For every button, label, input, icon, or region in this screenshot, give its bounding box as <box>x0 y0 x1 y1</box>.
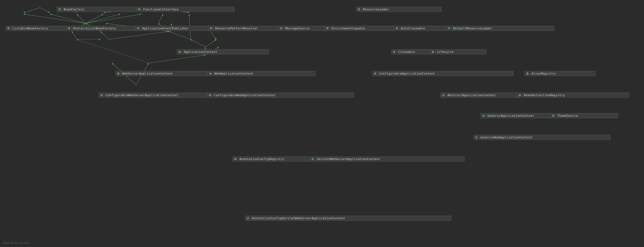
class-icon: C <box>482 114 485 117</box>
class-icon: C <box>448 27 450 30</box>
interface-icon: I <box>7 27 10 30</box>
interface-icon: I <box>178 51 181 53</box>
interface-icon: I <box>358 8 360 10</box>
node-label-closeable: Closeable <box>398 50 415 54</box>
node-label-servletwebserverapplicationcontext: ServletWebServerApplicationContext <box>317 157 380 161</box>
interface-icon: I <box>137 27 139 30</box>
interface-icon: I <box>209 72 212 75</box>
interface-icon: I <box>393 51 396 53</box>
node-label-aliasregistry: AliasRegistry <box>532 72 556 75</box>
interface-icon: I <box>396 27 398 30</box>
node-label-resourcepatternresolver: ResourcePatternResolver <box>215 26 258 30</box>
node-label-configurablewebserverapplicationcontext: ConfigurableWebServerApplicationContext <box>106 94 178 97</box>
node-webapplicationcontext[interactable]: I›WebApplicationContext <box>208 71 316 76</box>
node-beandefinitionregistry[interactable]: I›BeanDefinitionRegistry <box>517 93 629 98</box>
svg-line-5 <box>24 14 86 23</box>
svg-line-9 <box>86 14 120 23</box>
interface-icon: I <box>280 27 282 30</box>
node-lifecycle[interactable]: I›Lifecycle <box>430 49 486 54</box>
class-icon: C <box>442 94 444 96</box>
svg-line-22 <box>169 31 190 40</box>
node-beanfactory[interactable]: I›BeanFactory <box>57 7 144 12</box>
interface-icon: I <box>432 51 434 53</box>
node-label-applicationcontext: ApplicationContext <box>184 50 217 54</box>
svg-line-10 <box>86 14 141 23</box>
node-label-applicationeventpublisher: ApplicationEventPublisher <box>142 26 188 30</box>
node-label-configurablewebapplicationcontext: ConfigurableWebApplicationContext <box>214 94 276 97</box>
edges-svg <box>0 0 644 247</box>
node-label-genericwebapplicationcontext: GenericWebApplicationContext <box>480 136 532 139</box>
interface-icon: I <box>138 8 140 10</box>
interface-icon: I <box>209 94 211 96</box>
node-aliasregistry[interactable]: I›AliasRegistry <box>524 71 596 76</box>
node-label-functionalinterface: FunctionalInterface <box>143 8 179 11</box>
svg-line-25 <box>206 40 216 47</box>
node-label-annotationconfigservletwebserverapplicationcontext: AnnotationConfigServletWebServerApplicat… <box>252 216 345 220</box>
node-label-hierarchicalbeanfactory: HierarchicalBeanFactory <box>73 26 116 30</box>
node-label-abstractapplicationcontext: AbstractApplicationContext <box>448 94 496 97</box>
svg-line-19 <box>100 31 109 40</box>
svg-line-21 <box>210 31 216 40</box>
node-label-environmentcapable: EnvironmentCapable <box>332 26 365 30</box>
interface-icon: I <box>374 72 376 75</box>
node-resourceloader[interactable]: I›ResourceLoader <box>356 7 442 12</box>
interface-icon: I <box>234 158 237 160</box>
node-label-genericapplicationcontext: GenericApplicationContext <box>488 114 534 118</box>
diagram: I›BeanFactoryI›FunctionalInterfaceI›Reso… <box>0 0 644 247</box>
svg-line-8 <box>86 14 103 23</box>
node-label-resourceloader: ResourceLoader <box>363 8 389 11</box>
node-label-lifecycle: Lifecycle <box>437 50 454 54</box>
interface-icon: I <box>326 27 329 30</box>
interface-icon: I <box>552 114 554 117</box>
node-label-listablebeanfactory: ListableBeanFactory <box>12 26 48 30</box>
node-label-messagesource: MessageSource <box>285 26 310 30</box>
svg-line-1 <box>40 8 50 13</box>
svg-line-24 <box>190 40 206 47</box>
node-applicationcontext[interactable]: I›ApplicationContext <box>177 49 269 54</box>
node-label-autocloseable: AutoCloseable <box>401 26 425 30</box>
node-configurableapplicationcontext[interactable]: I›ConfigurableApplicationContext <box>372 71 513 76</box>
node-genericwebapplicationcontext[interactable]: C›GenericWebApplicationContext <box>474 135 610 140</box>
svg-line-7 <box>77 14 86 23</box>
svg-line-0 <box>24 8 40 13</box>
node-label-webserverapplicationcontext: WebServerApplicationContext <box>122 72 173 75</box>
interface-icon: I <box>526 72 529 75</box>
node-configurablewebapplicationcontext[interactable]: I›ConfigurableWebApplicationContext <box>207 93 354 98</box>
svg-line-6 <box>50 14 86 23</box>
node-label-beandefinitionregistry: BeanDefinitionRegistry <box>524 94 565 97</box>
interface-icon: I <box>100 94 103 96</box>
node-annotationconfigservletwebserverapplicationcontext[interactable]: C›AnnotationConfigServletWebServerApplic… <box>245 216 451 221</box>
svg-line-28 <box>149 55 206 63</box>
class-icon: C <box>475 136 478 139</box>
class-icon: C <box>247 217 249 220</box>
node-label-annotationconfigregistry: AnnotationConfigRegistry <box>240 157 284 161</box>
svg-line-17 <box>72 31 77 40</box>
node-label-defaultresourceloader: DefaultResourceLoader <box>453 26 492 30</box>
node-servletwebserverapplicationcontext[interactable]: C›ServletWebServerApplicationContext <box>310 156 464 162</box>
class-icon: C <box>312 158 314 160</box>
node-themesource[interactable]: I›ThemeSource <box>550 113 618 118</box>
node-functionalinterface[interactable]: I›FunctionalInterface <box>136 7 234 12</box>
interface-icon: I <box>68 27 70 30</box>
node-label-beanfactory: BeanFactory <box>64 8 84 11</box>
svg-line-20 <box>109 31 169 40</box>
interface-icon: I <box>117 72 120 75</box>
node-defaultresourceloader[interactable]: C›DefaultResourceLoader <box>446 26 554 31</box>
svg-line-29 <box>77 40 149 63</box>
interface-icon: I <box>210 27 212 30</box>
node-label-webapplicationcontext: WebApplicationContext <box>214 72 254 75</box>
node-label-themesource: ThemeSource <box>557 114 578 118</box>
interface-icon: I <box>58 8 61 10</box>
svg-line-4 <box>158 14 163 23</box>
powered-by: Powered by yFiles <box>3 241 29 244</box>
node-label-configurableapplicationcontext: ConfigurableApplicationContext <box>379 72 435 75</box>
interface-icon: I <box>518 94 521 96</box>
